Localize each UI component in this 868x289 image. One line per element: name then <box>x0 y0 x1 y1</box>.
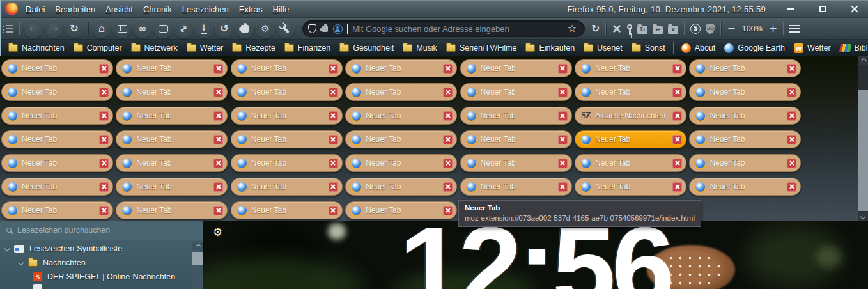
bookmark-star-button[interactable] <box>565 19 579 38</box>
scroll-up-button[interactable] <box>858 56 868 65</box>
tab-close-button[interactable] <box>787 182 796 192</box>
maximize-button[interactable] <box>814 3 831 15</box>
bookmark-folder-musik[interactable]: Musik <box>398 41 442 55</box>
scrollbar-thumb[interactable] <box>858 90 868 211</box>
tab-item[interactable]: Neuer Tab <box>575 178 686 196</box>
tab-close-button[interactable] <box>329 182 338 192</box>
tab-close-button[interactable] <box>99 182 109 192</box>
folder-restore-button[interactable] <box>650 19 665 38</box>
window-box-button[interactable] <box>153 19 173 38</box>
tab-close-button[interactable] <box>213 182 223 192</box>
fullscreen-button[interactable] <box>174 19 193 38</box>
tab-close-button[interactable] <box>99 206 109 215</box>
tab-item[interactable]: Neuer Tab <box>575 83 686 101</box>
tab-close-button[interactable] <box>558 135 568 144</box>
tab-close-button[interactable] <box>213 135 223 144</box>
tab-close-button[interactable] <box>672 135 682 144</box>
shield-button[interactable] <box>308 19 316 38</box>
tab-close-button[interactable] <box>329 111 338 121</box>
tab-item[interactable]: Neuer Tab <box>345 154 457 172</box>
tab-close-button[interactable] <box>329 135 338 144</box>
bookmark-folder-computer[interactable]: Computer <box>69 41 127 55</box>
tab-close-button[interactable] <box>672 182 682 192</box>
minimize-button[interactable] <box>782 3 799 15</box>
tab-close-button[interactable] <box>443 135 453 144</box>
wrench-button[interactable] <box>276 19 295 38</box>
infinity-button[interactable] <box>133 19 152 38</box>
reload-button[interactable] <box>65 19 84 38</box>
tab-item[interactable]: Neuer Tab <box>345 83 457 101</box>
bookmark-folder-serien-tv-filme[interactable]: Serien/TV/Filme <box>442 41 522 55</box>
tab-item[interactable]: Neuer Tab <box>231 59 343 77</box>
menu-item-hilfe[interactable]: Hilfe <box>268 3 295 16</box>
tab-item[interactable]: Neuer Tab <box>1 83 113 101</box>
menu-item-lesezeichen[interactable]: Lesezeichen <box>177 3 234 16</box>
settings-gear-button[interactable] <box>256 19 275 38</box>
tracker-blue-button[interactable] <box>333 19 343 38</box>
tab-close-button[interactable] <box>99 88 109 97</box>
tab-close-button[interactable] <box>787 88 796 97</box>
bookmark-folder-sonst[interactable]: Sonst <box>627 41 670 55</box>
key-button[interactable] <box>624 19 635 38</box>
tab-item[interactable]: Neuer Tab <box>345 130 457 148</box>
chevron-down-icon[interactable] <box>4 246 10 251</box>
tab-item[interactable]: Neuer Tab <box>231 178 343 196</box>
menu-item-ansicht[interactable]: Ansicht <box>100 3 138 16</box>
tab-close-button[interactable] <box>213 88 223 97</box>
tab-close-button[interactable] <box>329 206 338 215</box>
tab-close-button[interactable] <box>558 182 568 192</box>
tab-close-button[interactable] <box>329 88 338 97</box>
tab-close-button[interactable] <box>443 182 453 192</box>
tab-close-button[interactable] <box>672 64 682 74</box>
download-button[interactable] <box>194 19 213 38</box>
tab-item[interactable]: Neuer Tab <box>689 107 801 125</box>
tab-close-button[interactable] <box>99 64 109 74</box>
hamburger-menu-button[interactable] <box>787 19 802 38</box>
tab-close-button[interactable] <box>443 64 453 74</box>
tab-item[interactable]: Neuer Tab <box>689 154 801 172</box>
sidebar-panel-button[interactable] <box>112 19 132 38</box>
puzzle-small-button[interactable] <box>322 19 328 38</box>
tree-item-lesezeichen-symbolleiste[interactable]: Lesezeichen-Symbolleiste <box>0 242 192 256</box>
tree-item[interactable] <box>0 284 192 289</box>
tab-close-button[interactable] <box>672 159 682 168</box>
bookmark-folder-wetter[interactable]: Wetter <box>182 41 228 55</box>
sidebar-search-input[interactable] <box>17 226 196 235</box>
list-menu-button[interactable] <box>0 19 16 38</box>
tab-item[interactable]: SZAktuelle Nachrichten, H <box>575 107 686 125</box>
tab-item[interactable]: Neuer Tab <box>1 59 113 77</box>
scrollbar-thumb[interactable] <box>192 252 203 265</box>
tab-item[interactable]: Neuer Tab <box>231 83 343 101</box>
tab-close-button[interactable] <box>787 64 796 74</box>
tab-close-button[interactable] <box>99 111 109 121</box>
folder-close-button[interactable] <box>665 19 681 38</box>
bookmark-folder-gesundheit[interactable]: Gesundheit <box>335 41 398 55</box>
bookmark-folder-einkaufen[interactable]: Einkaufen <box>521 41 579 55</box>
bookmark-folder-netzwerk[interactable]: Netzwerk <box>127 41 182 55</box>
scroll-down-button[interactable] <box>858 212 868 221</box>
tab-item[interactable]: Neuer Tab <box>460 154 572 172</box>
tab-item[interactable]: Neuer Tab <box>231 154 343 172</box>
tab-item[interactable]: Neuer Tab <box>460 130 572 148</box>
bookmark-folder-rezepte[interactable]: Rezepte <box>228 41 280 55</box>
tab-item[interactable]: Neuer Tab <box>460 83 572 101</box>
tab-item[interactable]: Neuer Tab <box>1 107 113 125</box>
tab-item[interactable]: Neuer Tab <box>689 83 801 101</box>
tab-close-button[interactable] <box>787 135 796 144</box>
tab-item[interactable]: Neuer Tab <box>575 154 686 172</box>
tab-close-button[interactable] <box>787 111 796 121</box>
tab-close-button[interactable] <box>213 111 223 121</box>
tab-close-button[interactable] <box>558 64 568 74</box>
zoom-out-button[interactable] <box>724 19 738 38</box>
tab-item[interactable]: Neuer Tab <box>231 201 343 219</box>
tab-close-button[interactable] <box>558 111 568 121</box>
tab-item[interactable]: Neuer Tab <box>345 178 457 196</box>
chevron-down-icon[interactable] <box>19 260 24 265</box>
tab-item[interactable]: Neuer Tab <box>460 107 572 125</box>
bookmark-folder-usenet[interactable]: Usenet <box>579 41 627 55</box>
tab-close-button[interactable] <box>672 111 682 121</box>
tab-grid-scrollbar[interactable] <box>858 56 868 221</box>
tab-close-button[interactable] <box>99 135 109 144</box>
tab-item[interactable]: Neuer Tab <box>345 59 457 77</box>
tab-close-button[interactable] <box>329 159 338 168</box>
